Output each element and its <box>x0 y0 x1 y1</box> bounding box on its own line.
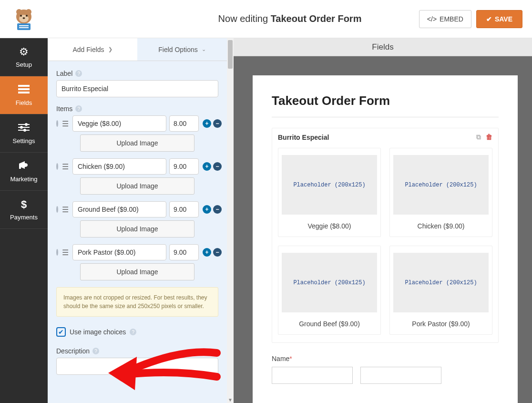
add-item-button[interactable]: + <box>203 248 211 257</box>
svg-point-14 <box>25 123 28 126</box>
item-row: ☰ + − Upload Image <box>56 201 218 238</box>
svg-point-16 <box>20 126 23 129</box>
drag-handle-icon[interactable]: ☰ <box>62 162 69 171</box>
choice-card[interactable]: Placeholder (200x125) Pork Pastor ($9.00… <box>389 246 492 335</box>
scrollbar-thumb[interactable] <box>228 40 233 69</box>
code-icon: </> <box>427 15 437 23</box>
item-row: ☰ + − Upload Image <box>56 158 218 195</box>
image-placeholder: Placeholder (200x125) <box>282 253 377 312</box>
tab-add-fields[interactable]: Add Fields ❯ <box>48 38 137 61</box>
help-icon[interactable]: ? <box>75 70 82 77</box>
top-buttons: </> EMBED ✔ SAVE <box>419 10 522 28</box>
drag-handle-icon[interactable]: ☰ <box>62 248 69 257</box>
top-bar: Now editing Takeout Order Form </> EMBED… <box>0 0 532 38</box>
required-mark: * <box>289 355 292 362</box>
default-radio[interactable] <box>56 120 58 127</box>
default-radio[interactable] <box>56 163 58 170</box>
tab-label: Field Options <box>158 46 197 53</box>
items-section: Items ? ☰ + <box>56 105 218 375</box>
nav-setup[interactable]: ⚙ Setup <box>0 38 48 76</box>
use-image-choices-label: Use image choices <box>70 328 126 336</box>
list-icon <box>18 84 30 96</box>
choice-card[interactable]: Placeholder (200x125) Veggie ($8.00) <box>278 148 381 237</box>
upload-image-button[interactable]: Upload Image <box>80 177 194 195</box>
nav-settings[interactable]: Settings <box>0 114 48 153</box>
nav-label: Settings <box>13 137 35 145</box>
label-input[interactable] <box>56 80 218 97</box>
field-wrap[interactable]: Burrito Especial ⧉ 🗑 Placeholder (200x12… <box>272 128 499 343</box>
choice-card[interactable]: Placeholder (200x125) Ground Beef ($9.00… <box>278 246 381 335</box>
item-price-input[interactable] <box>169 201 199 217</box>
remove-item-button[interactable]: − <box>213 205 222 214</box>
item-label-input[interactable] <box>72 244 166 260</box>
field-actions: ⧉ 🗑 <box>476 133 492 141</box>
drag-handle-icon[interactable]: ☰ <box>62 205 69 214</box>
embed-label: EMBED <box>440 15 463 23</box>
item-label-input[interactable] <box>72 158 166 175</box>
duplicate-icon[interactable]: ⧉ <box>476 133 481 141</box>
nav-fields[interactable]: Fields <box>0 76 48 114</box>
nav-marketing[interactable]: Marketing <box>0 153 48 191</box>
last-name-input[interactable] <box>360 367 441 384</box>
sliders-icon <box>18 122 30 134</box>
help-icon[interactable]: ? <box>75 105 82 112</box>
panel-scrollbar[interactable]: ▲ ▼ <box>227 38 234 403</box>
add-item-button[interactable]: + <box>203 119 211 128</box>
description-input[interactable] <box>56 358 218 375</box>
item-price-input[interactable] <box>169 115 199 132</box>
item-price-input[interactable] <box>169 158 199 175</box>
default-radio[interactable] <box>56 249 58 256</box>
field-head: Burrito Especial ⧉ 🗑 <box>278 133 492 141</box>
svg-point-4 <box>20 15 22 17</box>
preview-page: Takeout Order Form Burrito Especial ⧉ 🗑 … <box>253 75 518 403</box>
panel-inner: Add Fields ❯ Field Options ⌄ Label ? Ite… <box>48 38 227 403</box>
choices-grid: Placeholder (200x125) Veggie ($8.00) Pla… <box>278 148 492 335</box>
help-icon[interactable]: ? <box>130 329 136 335</box>
chevron-down-icon: ⌄ <box>202 46 206 52</box>
use-image-choices-checkbox[interactable]: ✔ <box>56 327 66 337</box>
label-section-header: Label ? <box>56 70 218 77</box>
item-label-input[interactable] <box>72 115 166 132</box>
remove-item-button[interactable]: − <box>213 119 222 128</box>
editing-prefix: Now editing <box>218 13 271 24</box>
svg-rect-10 <box>18 85 30 87</box>
trash-icon[interactable]: 🗑 <box>486 133 492 141</box>
scroll-down-icon[interactable]: ▼ <box>227 396 234 403</box>
svg-point-1 <box>16 9 22 15</box>
tab-field-options[interactable]: Field Options ⌄ <box>137 38 227 61</box>
help-icon[interactable]: ? <box>92 348 99 354</box>
upload-image-button[interactable]: Upload Image <box>80 134 194 152</box>
side-panel: ▲ ▼ Add Fields ❯ Field Options ⌄ Label ? <box>48 38 234 403</box>
chevron-right-icon: ❯ <box>108 46 113 52</box>
nav-payments[interactable]: $ Payments <box>0 191 48 229</box>
panel-body: Label ? Items ? ☰ <box>48 61 227 403</box>
upload-image-button[interactable]: Upload Image <box>80 220 194 238</box>
choice-label: Chicken ($9.00) <box>418 222 465 230</box>
default-radio[interactable] <box>56 206 58 213</box>
choice-label: Pork Pastor ($9.00) <box>412 320 470 328</box>
field-title: Burrito Especial <box>278 134 329 141</box>
nav-label: Marketing <box>10 176 37 183</box>
tab-label: Add Fields <box>72 46 104 53</box>
svg-rect-9 <box>19 27 29 28</box>
add-item-button[interactable]: + <box>203 162 211 171</box>
gear-icon: ⚙ <box>19 46 29 58</box>
drag-handle-icon[interactable]: ☰ <box>62 119 69 128</box>
save-label: SAVE <box>495 15 512 23</box>
use-image-choices-row: ✔ Use image choices ? <box>56 327 218 337</box>
choice-label: Ground Beef ($9.00) <box>299 320 360 328</box>
item-label-input[interactable] <box>72 201 166 217</box>
image-placeholder: Placeholder (200x125) <box>393 253 489 312</box>
save-button[interactable]: ✔ SAVE <box>476 10 522 28</box>
upload-image-button[interactable]: Upload Image <box>80 263 194 280</box>
first-name-input[interactable] <box>272 367 353 384</box>
preview-header: Fields <box>234 38 532 56</box>
items-section-header: Items ? <box>56 105 218 113</box>
item-price-input[interactable] <box>169 244 199 260</box>
choice-card[interactable]: Placeholder (200x125) Chicken ($9.00) <box>389 148 492 237</box>
remove-item-button[interactable]: − <box>213 248 222 257</box>
embed-button[interactable]: </> EMBED <box>419 10 471 28</box>
remove-item-button[interactable]: − <box>213 162 222 171</box>
add-item-button[interactable]: + <box>203 205 211 214</box>
svg-point-6 <box>23 17 25 19</box>
